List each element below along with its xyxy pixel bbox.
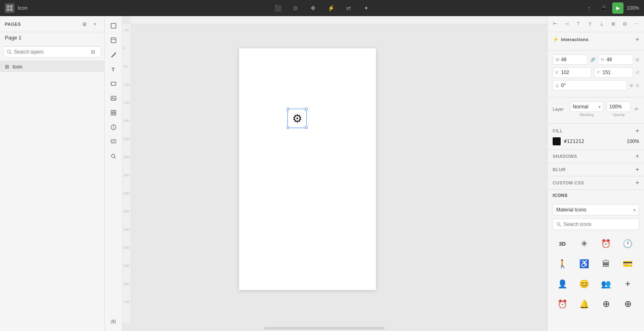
- tool-move[interactable]: ✥: [308, 2, 319, 14]
- canvas-area[interactable]: -350 -300 -250 -200 -150 -100 -50 0 50 1…: [122, 16, 547, 331]
- icon-access-time[interactable]: 🕐: [618, 234, 638, 253]
- tool-select[interactable]: [107, 19, 120, 32]
- selected-element[interactable]: ⚙: [287, 109, 307, 128]
- icon-library-dropdown[interactable]: Material Icons ▾: [553, 204, 639, 215]
- icon-asterisk[interactable]: ✳: [574, 234, 594, 253]
- tool-text[interactable]: T: [107, 63, 120, 76]
- left-sidebar: PAGES ⊞ + Page 1 ⊟ ⊞ Icon: [0, 16, 105, 331]
- search-icons-input[interactable]: [564, 221, 636, 227]
- library-chevron: ▾: [634, 208, 636, 212]
- icon-add[interactable]: +: [618, 274, 638, 294]
- icon-alarm[interactable]: ⏰: [597, 234, 616, 253]
- main-area: PAGES ⊞ + Page 1 ⊟ ⊞ Icon: [0, 16, 644, 331]
- icon-add-circle[interactable]: ⊕: [597, 294, 616, 314]
- svg-point-24: [557, 223, 560, 225]
- icon-group-add[interactable]: 👥: [597, 274, 616, 294]
- tool-lightning[interactable]: ⚡: [325, 2, 336, 14]
- panel-distribute-h[interactable]: ⊞: [609, 20, 618, 29]
- svg-point-22: [111, 154, 115, 157]
- fill-color-swatch[interactable]: [553, 137, 561, 145]
- layer-item-icon-symbol: ⊞: [5, 64, 9, 70]
- width-field[interactable]: W 48: [553, 54, 588, 65]
- device-btn[interactable]: 📱: [598, 2, 609, 14]
- tool-rectangle[interactable]: [107, 77, 120, 90]
- pages-add-btn[interactable]: +: [91, 20, 99, 29]
- panel-distribute-v[interactable]: ⊟: [621, 20, 630, 29]
- shadows-add-btn[interactable]: +: [636, 153, 639, 159]
- page-item-1[interactable]: Page 1: [0, 32, 104, 43]
- fill-add-btn[interactable]: +: [636, 128, 639, 134]
- icon-account-face[interactable]: 😊: [574, 274, 594, 294]
- xy-row: X 102 Y 151 ↺: [553, 67, 639, 78]
- icon-accessible[interactable]: ♿: [574, 254, 594, 273]
- scrollbar-bottom-thumb[interactable]: [264, 327, 385, 329]
- tool-share[interactable]: ⇄: [343, 2, 354, 14]
- tool-frame[interactable]: [107, 34, 120, 47]
- tool-info[interactable]: i: [107, 121, 120, 134]
- gear-icon: ⚙: [292, 112, 302, 125]
- rotate-icon: ↺: [636, 70, 639, 75]
- tool-circle[interactable]: ⊙: [290, 2, 301, 14]
- handle-tr[interactable]: [305, 108, 308, 110]
- icon-search-wrap: [553, 219, 639, 230]
- tool-comment[interactable]: [107, 135, 120, 148]
- icon-account-balance[interactable]: 🏛: [597, 254, 616, 273]
- opacity-field[interactable]: 100%: [607, 101, 631, 112]
- search-layers-input[interactable]: [14, 49, 86, 55]
- blur-add-btn[interactable]: +: [636, 166, 639, 173]
- svg-point-4: [8, 50, 10, 53]
- export-btn[interactable]: ↑: [583, 2, 594, 14]
- blend-mode-select[interactable]: Normal ▾: [570, 101, 603, 112]
- tool-variable[interactable]: ($): [107, 315, 120, 328]
- handle-br[interactable]: [305, 126, 308, 129]
- angle-field[interactable]: ∠ 0°: [553, 80, 627, 91]
- svg-rect-14: [111, 110, 113, 112]
- play-button[interactable]: ▶: [612, 2, 623, 14]
- h-value: 48: [607, 57, 612, 62]
- custom-css-section: CUSTOM CSS +: [548, 176, 644, 190]
- canvas-frame: ⚙: [239, 48, 376, 290]
- panel-text-align[interactable]: T: [586, 20, 594, 29]
- panel-more[interactable]: ⋯: [632, 20, 641, 29]
- layer-item-icon[interactable]: ⊞ Icon: [0, 61, 104, 72]
- custom-css-add-btn[interactable]: +: [636, 180, 639, 186]
- properties-section: W 48 🔗 H 48 ⊞ X 102 Y 151: [548, 50, 644, 97]
- angle-extra-icon: ⊡: [636, 83, 639, 88]
- icon-3d-rotation[interactable]: 3D: [553, 234, 572, 253]
- y-field[interactable]: Y 151: [594, 67, 633, 78]
- pages-grid-btn[interactable]: ⊞: [80, 20, 89, 29]
- icon-account-balance-wallet[interactable]: 💳: [618, 254, 638, 273]
- panel-align-left[interactable]: ⊢: [551, 20, 559, 29]
- eye-visibility-btn[interactable]: 👁: [634, 106, 639, 112]
- svg-rect-1: [10, 5, 12, 8]
- tool-image[interactable]: [107, 92, 120, 105]
- layer-section: Layer Normal ▾ Blending 100% Opacity 👁: [548, 97, 644, 124]
- handle-tl[interactable]: [287, 108, 289, 110]
- icons-header: ICONS: [553, 193, 639, 201]
- height-field[interactable]: H 48: [598, 54, 633, 65]
- icon-add-circle-outline[interactable]: ⊕: [618, 294, 638, 314]
- tool-pen[interactable]: [107, 48, 120, 61]
- pages-actions: ⊞ +: [80, 20, 99, 29]
- tool-video[interactable]: ⬛: [272, 2, 283, 14]
- interactions-add-btn[interactable]: +: [636, 36, 639, 43]
- icon-add-alert[interactable]: 🔔: [574, 294, 594, 314]
- custom-css-title: CUSTOM CSS: [553, 180, 584, 185]
- zoom-level: 100%: [627, 5, 639, 11]
- layers-filter-btn[interactable]: ⊟: [89, 48, 97, 56]
- w-label: W: [555, 58, 559, 62]
- y-value: 151: [603, 70, 611, 75]
- icon-alarm-add[interactable]: ⏰: [553, 294, 572, 314]
- fill-section: FILL + #121212 100%: [548, 124, 644, 150]
- panel-align-right[interactable]: ⊤: [574, 20, 583, 29]
- x-field[interactable]: X 102: [553, 67, 592, 78]
- tool-search[interactable]: [107, 150, 120, 163]
- handle-bl[interactable]: [287, 126, 289, 129]
- icon-account-circle[interactable]: 👤: [553, 274, 572, 294]
- icon-accessibility[interactable]: 🚶: [553, 254, 572, 273]
- fill-row: #121212 100%: [553, 137, 639, 145]
- tool-component[interactable]: [107, 106, 120, 119]
- tool-star[interactable]: ✦: [361, 2, 372, 14]
- panel-align-center-h[interactable]: ⊣: [562, 20, 571, 29]
- panel-align-top[interactable]: ⊥: [597, 20, 606, 29]
